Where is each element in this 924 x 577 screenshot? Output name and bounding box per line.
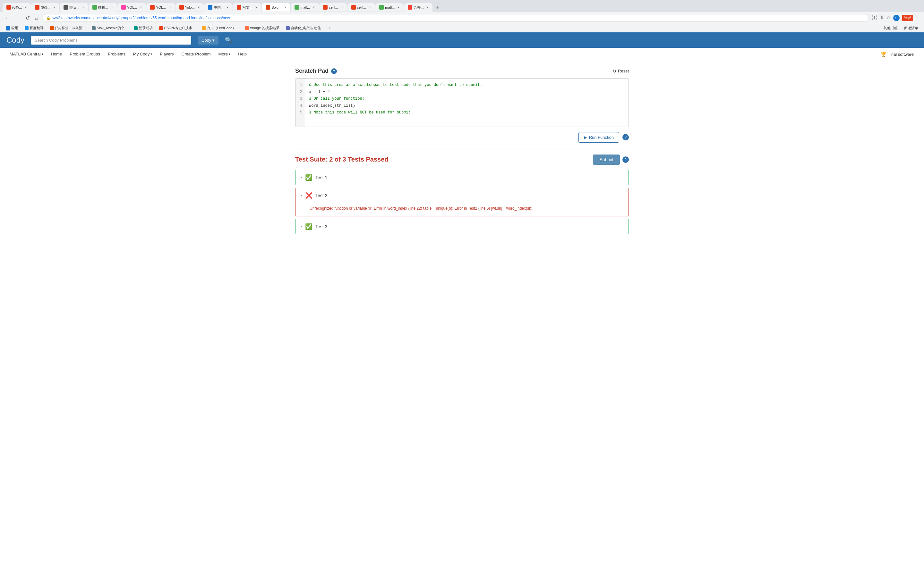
trial-icon: 🏆 [880,51,887,57]
tab-5[interactable]: YOL... ✕ [118,3,146,11]
tab-8-label: 中国... [214,5,224,10]
tab-14[interactable]: matl... ✕ [375,3,404,11]
code-editor[interactable]: 1 2 3 4 5 % Use this area as a scratchpa… [295,78,629,127]
tab-12[interactable]: cell|... ✕ [319,3,347,11]
tab-10[interactable]: Solu... ✕ [262,3,290,11]
test-2-header[interactable]: › ❌ Test 2 [296,188,628,203]
tab-10-close[interactable]: ✕ [284,6,286,9]
tab-1[interactable]: (6条... ✕ [3,3,31,12]
tab-3[interactable]: 跟我... ✕ [60,3,88,12]
profile-icon[interactable]: S [893,15,900,21]
tab-1-close[interactable]: ✕ [24,6,27,9]
bookmark-csdn[interactable]: CSDN-专业IT技术... [157,25,197,31]
back-button[interactable]: ← [4,15,11,21]
tab-9-icon [237,5,241,10]
nav-matlab-central[interactable]: MATLAB Central [6,48,47,61]
test-suite-header: Test Suite: 2 of 3 Tests Passed Submit ? [295,155,629,165]
tab-13-label: cell|... [357,5,367,9]
bookmark-xrange[interactable]: xrange 的搜索结果 [243,25,281,31]
site-nav: MATLAB Central Home Problem Groups Probl… [0,48,924,61]
tab-13-close[interactable]: ✕ [368,6,371,9]
bookmark-other[interactable]: 其他书签 [882,25,900,31]
nav-problem-groups[interactable]: Problem Groups [66,48,103,61]
leetcode-icon [202,26,206,30]
bookmark-mail-label: (7封私信 / 24条消... [55,26,86,31]
tab-12-icon [323,5,328,10]
tab-12-close[interactable]: ✕ [341,6,343,9]
tab-9-close[interactable]: ✕ [255,6,258,9]
code-cursor-line [309,116,625,123]
nav-help[interactable]: Help [235,48,250,61]
test-1-chevron-icon: › [300,175,302,180]
download-icon[interactable]: ⬇ [880,15,884,21]
search-submit-button[interactable]: 🔍 [225,37,232,44]
submit-button[interactable]: Submit [593,155,620,165]
bookmark-auto[interactable]: 自动化_电气自动化... [284,25,326,31]
bookmark-star-icon[interactable]: ☆ [887,15,891,21]
bookmark-sink[interactable]: Sink_Arsenic的个... [90,25,129,31]
tab-6[interactable]: YOL... ✕ [146,3,175,11]
cody-btn-label: Cody [202,38,211,43]
tab-15[interactable]: 合并... ✕ [404,3,433,12]
run-function-button[interactable]: ▶ Run Function [578,132,619,143]
test-3-header[interactable]: › ✅ Test 3 [296,219,628,234]
tab-2[interactable]: (6条... ✕ [31,3,59,12]
tab-12-label: cell|... [329,5,338,9]
nav-players[interactable]: Players [157,48,177,61]
nav-more[interactable]: More [215,48,234,61]
bookmark-login[interactable]: 登录成功 [132,25,155,31]
tab-4[interactable]: 微机... ✕ [89,3,117,12]
tab-7-close[interactable]: ✕ [197,6,200,9]
home-button[interactable]: ⌂ [34,15,39,21]
test-1-header[interactable]: › ✅ Test 1 [296,170,628,185]
tab-14-close[interactable]: ✕ [397,6,400,9]
test-1-name: Test 1 [315,175,327,180]
play-icon: ▶ [584,135,587,140]
forward-button[interactable]: → [14,15,22,21]
bookmark-leetcode[interactable]: 力扣（LeetCode）... [200,25,241,31]
tab-8-close[interactable]: ✕ [226,6,229,9]
translate-icon[interactable]: ⟨T⟩ [871,15,877,21]
tab-7-icon [179,5,184,10]
address-bar[interactable]: 🔒 ww2.mathworks.cn/matlabcentral/cody/gr… [42,14,869,22]
bookmark-reading[interactable]: 阅读清单 [902,25,920,31]
nav-problems[interactable]: Problems [105,48,129,61]
tab-5-close[interactable]: ✕ [140,6,142,9]
tab-1-label: (6条... [12,5,22,10]
tab-11[interactable]: matl... ✕ [291,3,319,11]
reset-button[interactable]: ↻ Reset [612,69,629,74]
bookmark-baidu[interactable]: 百度翻译 [23,25,45,31]
bookmark-mail[interactable]: (7封私信 / 24条消... [48,25,87,31]
tab-15-close[interactable]: ✕ [426,6,429,9]
tab-6-close[interactable]: ✕ [169,6,171,9]
new-tab-button[interactable]: + [433,3,442,12]
tab-8[interactable]: 中国... ✕ [204,3,233,12]
tab-10-label: Solu... [271,5,281,9]
scratch-pad-help-icon[interactable]: ? [331,68,337,74]
tab-4-icon [92,5,97,10]
tab-4-close[interactable]: ✕ [111,6,113,9]
trial-software-button[interactable]: 🏆 Trial software [877,49,918,60]
search-placeholder: Search Cody Problems [35,38,187,43]
submit-help-icon[interactable]: ? [622,156,629,163]
error-button[interactable]: 错误 [902,15,913,21]
more-bookmarks-icon[interactable]: » [328,26,330,31]
tab-3-close[interactable]: ✕ [82,6,84,9]
menu-icon[interactable]: ⋮ [916,15,920,21]
tab-13[interactable]: cell|... ✕ [347,3,375,11]
refresh-button[interactable]: ↺ [24,15,31,22]
bookmark-apps[interactable]: 应用 [4,25,20,31]
run-help-icon[interactable]: ? [622,134,629,140]
tab-2-close[interactable]: ✕ [53,6,55,9]
search-box[interactable]: Search Cody Problems [31,36,191,45]
bookmark-csdn-label: CSDN-专业IT技术... [164,26,195,31]
tab-9[interactable]: 写文... ✕ [233,3,262,12]
cody-dropdown-button[interactable]: Cody ▾ [198,36,218,45]
nav-create-problem[interactable]: Create Problem [178,48,214,61]
tab-7[interactable]: Yolo... ✕ [176,3,204,11]
bookmark-leetcode-label: 力扣（LeetCode）... [207,26,239,31]
tab-11-close[interactable]: ✕ [312,6,315,9]
nav-home[interactable]: Home [48,48,65,61]
nav-my-cody[interactable]: My Cody [130,48,155,61]
xrange-icon [245,26,249,30]
